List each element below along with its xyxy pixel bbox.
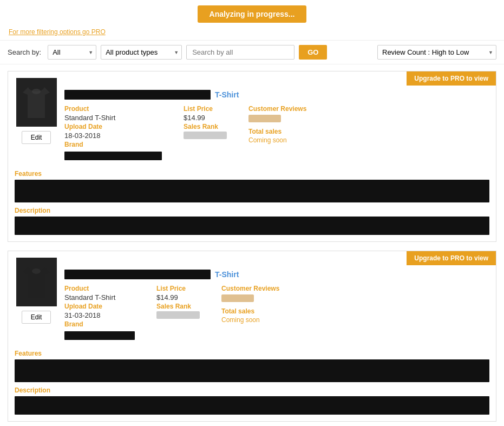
list-price-value: $14.99 — [184, 114, 227, 122]
description-bar — [15, 396, 489, 415]
product-value: Standard T-Shirt — [64, 293, 135, 302]
product-image-col: Edit — [15, 258, 58, 340]
description-section: Description — [15, 386, 489, 415]
description-label: Description — [15, 386, 489, 394]
product-type-label: T-Shirt — [215, 270, 239, 279]
stars-blurred — [248, 115, 281, 122]
upgrade-banner[interactable]: Upgrade to PRO to view — [407, 71, 496, 86]
edit-button[interactable]: Edit — [22, 131, 51, 144]
product-main: T-Shirt Product Standard T-Shirt Upload … — [64, 78, 489, 160]
product-fields: Product Standard T-Shirt Upload Date 31-… — [64, 285, 489, 340]
svg-point-0 — [32, 89, 41, 94]
tshirt-icon — [20, 83, 53, 122]
sales-rank-blurred — [156, 311, 200, 319]
product-info-col: Product Standard T-Shirt Upload Date 18-… — [64, 105, 162, 160]
upload-date-label: Upload Date — [64, 123, 162, 130]
features-section: Features — [15, 350, 489, 382]
list-price-label: List Price — [156, 285, 200, 292]
product-top: Edit T-Shirt Product Standard T-Shirt Up… — [8, 71, 496, 167]
description-label: Description — [15, 207, 489, 214]
all-filter-select[interactable]: All — [48, 45, 96, 60]
list-price-label: List Price — [184, 105, 227, 113]
edit-button[interactable]: Edit — [22, 311, 51, 324]
features-section: Features — [15, 170, 489, 202]
total-sales-label: Total sales — [221, 307, 308, 315]
price-info-col: List Price $14.99 Sales Rank — [184, 105, 227, 160]
search-input[interactable] — [186, 45, 294, 60]
price-info-col: List Price $14.99 Sales Rank — [156, 285, 200, 340]
brand-label: Brand — [64, 141, 162, 148]
product-card: Upgrade to PRO to view Edit T-Shirt — [8, 251, 496, 422]
product-type-label: T-Shirt — [215, 90, 239, 99]
customer-reviews-label: Customer Reviews — [248, 105, 335, 113]
sort-select[interactable]: Review Count : High to Low — [377, 45, 496, 60]
product-title-row: T-Shirt — [64, 90, 489, 100]
search-by-label: Search by: — [8, 48, 41, 56]
go-button[interactable]: GO — [299, 45, 327, 60]
product-title-row: T-Shirt — [64, 270, 489, 279]
features-bar — [15, 359, 489, 382]
product-fields: Product Standard T-Shirt Upload Date 18-… — [64, 105, 489, 160]
pro-link[interactable]: For more filtering options go PRO — [0, 26, 504, 40]
product-card: Upgrade to PRO to view Edit T-Shirt — [8, 71, 496, 242]
svg-point-1 — [32, 268, 41, 274]
upload-date-value: 18-03-2018 — [64, 132, 162, 140]
analyzing-button[interactable]: Analyzing in progress... — [198, 5, 307, 23]
total-sales-label: Total sales — [248, 128, 335, 135]
features-label: Features — [15, 350, 489, 357]
product-image — [16, 258, 57, 306]
stars-blurred — [221, 294, 254, 302]
brand-label: Brand — [64, 320, 135, 328]
product-image-col: Edit — [15, 78, 58, 160]
product-image — [16, 78, 57, 127]
tshirt-icon — [20, 263, 53, 302]
features-bar — [15, 180, 489, 202]
product-type-filter-wrapper: All product types — [101, 45, 182, 60]
sales-rank-label: Sales Rank — [156, 303, 200, 310]
customer-reviews-label: Customer Reviews — [221, 285, 308, 292]
coming-soon: Coming soon — [221, 316, 308, 324]
product-label: Product — [64, 105, 162, 113]
product-label: Product — [64, 285, 135, 292]
description-section: Description — [15, 207, 489, 235]
sort-select-wrapper: Review Count : High to Low — [377, 45, 496, 60]
all-filter-wrapper: All — [48, 45, 96, 60]
reviews-col: Customer Reviews Total sales Coming soon — [221, 285, 308, 340]
brand-bar — [64, 331, 135, 340]
product-value: Standard T-Shirt — [64, 114, 162, 122]
product-title-bar — [64, 270, 211, 279]
product-top: Edit T-Shirt Product Standard T-Shirt Up… — [8, 251, 496, 346]
product-title-bar — [64, 90, 211, 100]
product-type-filter-select[interactable]: All product types — [101, 45, 182, 60]
product-info-col: Product Standard T-Shirt Upload Date 31-… — [64, 285, 135, 340]
sales-rank-blurred — [184, 132, 227, 139]
list-price-value: $14.99 — [156, 293, 200, 302]
coming-soon: Coming soon — [248, 136, 335, 144]
description-bar — [15, 217, 489, 235]
upload-date-value: 31-03-2018 — [64, 311, 135, 319]
top-bar: Analyzing in progress... — [0, 0, 504, 26]
features-label: Features — [15, 170, 489, 178]
reviews-col: Customer Reviews Total sales Coming soon — [248, 105, 335, 160]
brand-bar — [64, 152, 162, 160]
sales-rank-label: Sales Rank — [184, 123, 227, 130]
products-container: Upgrade to PRO to view Edit T-Shirt — [0, 64, 504, 426]
upgrade-banner[interactable]: Upgrade to PRO to view — [407, 251, 496, 265]
upload-date-label: Upload Date — [64, 303, 135, 310]
product-main: T-Shirt Product Standard T-Shirt Upload … — [64, 258, 489, 340]
filter-bar: Search by: All All product types GO Revi… — [0, 40, 504, 64]
